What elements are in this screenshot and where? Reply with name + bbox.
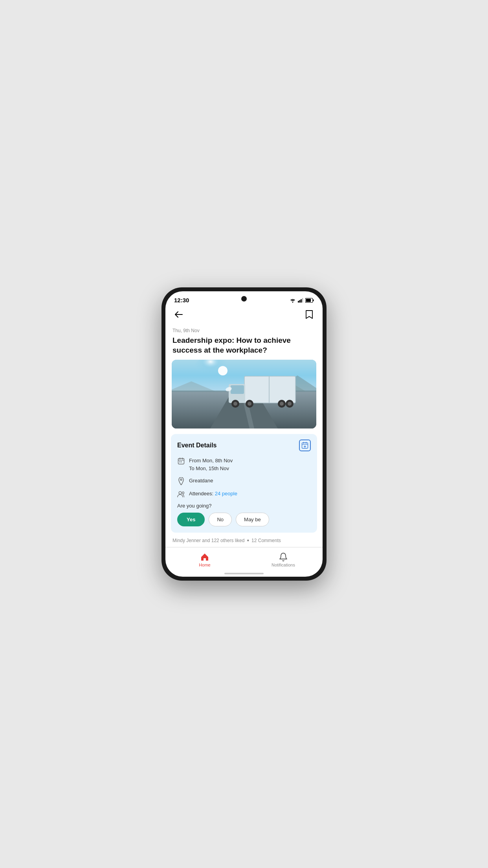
event-from-date: From Mon, 8th Nov [189,458,233,463]
event-dates: From Mon, 8th Nov To Mon, 15th Nov [189,457,233,472]
svg-point-46 [182,492,184,494]
attendees-prefix: Attendees: [189,491,215,497]
article-title: Leadership expo: How to achieve success … [172,336,316,355]
content-area: Thu, 9th Nov Leadership expo: How to ach… [165,325,323,547]
svg-rect-38 [178,459,184,464]
svg-point-10 [218,366,227,375]
rsvp-question: Are you going? [177,503,311,509]
svg-rect-1 [298,301,299,302]
rsvp-maybe-button[interactable]: May be [236,513,269,526]
svg-rect-22 [231,385,244,394]
attendees-icon [177,490,185,498]
likes-text: Mindy Jenner and 122 others liked [172,538,244,543]
bookmark-button[interactable] [303,308,316,321]
event-details-title: Event Details [177,442,216,449]
svg-rect-18 [244,376,295,403]
event-attendees-row: Attendees: 24 people [177,490,311,498]
home-indicator-bar [224,573,264,574]
svg-rect-4 [302,298,303,302]
svg-point-24 [233,402,237,406]
event-location-row: Greatdane [177,477,311,485]
nav-home[interactable]: Home [165,551,244,569]
svg-point-26 [248,402,251,406]
event-details-header: Event Details [177,440,311,451]
svg-rect-42 [180,462,180,462]
hero-svg [172,360,316,428]
article-header: Thu, 9th Nov Leadership expo: How to ach… [165,325,323,360]
attendees-count[interactable]: 24 people [215,491,237,497]
svg-point-28 [280,402,284,406]
svg-rect-2 [299,300,301,302]
event-to-date: To Mon, 15th Nov [189,465,229,471]
svg-point-30 [288,402,292,406]
bottom-navigation: Home Notifications [165,547,323,570]
phone-shell: 12:30 [161,287,327,581]
social-info: Mindy Jenner and 122 others liked • 12 C… [165,533,323,547]
rsvp-section: Are you going? Yes No May be [177,503,311,526]
home-indicator [165,570,323,577]
notifications-label: Notifications [272,563,295,567]
status-time: 12:30 [174,297,189,303]
svg-rect-43 [181,462,182,462]
wifi-icon [290,298,296,303]
svg-rect-7 [306,299,311,302]
event-location: Greatdane [189,477,213,485]
svg-point-45 [179,492,182,495]
hero-image [172,360,316,428]
comments-text: 12 Comments [251,538,281,543]
svg-point-0 [292,302,294,303]
nav-notifications[interactable]: Notifications [244,551,323,569]
svg-rect-6 [313,299,314,301]
calendar-add-button[interactable] [299,440,311,451]
phone-screen: 12:30 [165,291,323,577]
signal-icon [298,298,303,303]
notifications-icon [279,552,288,562]
event-date-row: From Mon, 8th Nov To Mon, 15th Nov [177,457,311,472]
status-icons [290,298,314,303]
back-button[interactable] [172,308,185,321]
camera-notch [241,296,247,302]
article-date: Thu, 9th Nov [172,328,316,333]
battery-icon [305,298,314,303]
rsvp-no-button[interactable]: No [209,513,232,526]
location-icon [177,477,185,485]
attendees-text: Attendees: 24 people [189,490,237,498]
rsvp-yes-button[interactable]: Yes [177,513,205,526]
home-label: Home [199,563,210,567]
svg-point-44 [180,479,182,480]
top-navigation [165,306,323,325]
calendar-icon [177,457,185,465]
rsvp-buttons: Yes No May be [177,513,311,526]
event-details-card: Event Details [171,434,317,533]
dot-separator: • [247,537,249,544]
svg-rect-3 [301,299,302,302]
home-icon [200,552,209,562]
